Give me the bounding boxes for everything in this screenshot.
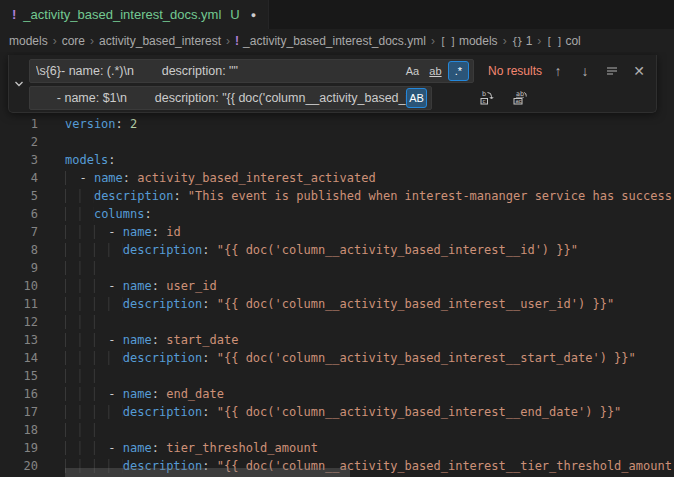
breadcrumb-item[interactable]: !_activity_based_interest_docs.yml (235, 34, 426, 48)
code-line[interactable]: 3models: (0, 151, 674, 169)
code-line-text (65, 313, 108, 331)
code-line[interactable]: 16 - name: end_date (0, 385, 674, 403)
code-line[interactable]: 4 - name: activity_based_interest_activa… (0, 169, 674, 187)
find-status: No results (488, 64, 542, 78)
chevron-right-icon: › (90, 34, 94, 48)
chevron-right-icon: › (431, 34, 435, 48)
line-number: 3 (0, 151, 38, 169)
code-line[interactable]: 12 (0, 313, 674, 331)
breadcrumb-label: models (9, 34, 48, 48)
breadcrumb-item[interactable]: models (9, 34, 48, 48)
breadcrumb-label: _activity_based_interest_docs.yml (243, 34, 426, 48)
next-match-button[interactable]: ↓ (574, 60, 596, 82)
line-number: 19 (0, 439, 38, 457)
breadcrumb-label: 1 (526, 34, 533, 48)
line-number: 15 (0, 367, 38, 385)
horizontal-scrollbar[interactable] (65, 468, 350, 477)
replace-input[interactable]: - name: $1\n description: "{{ doc('colum… (29, 86, 432, 110)
code-line[interactable]: 18 (0, 421, 674, 439)
breadcrumb-item[interactable]: activity_based_interest (99, 34, 221, 48)
replace-all-icon: ab ac (512, 90, 528, 106)
code-line-text: - name: start_date (65, 331, 238, 349)
selection-lines-icon (605, 64, 619, 78)
tab-filename: _activity_based_interest_docs.yml (23, 7, 221, 22)
line-number: 4 (0, 169, 38, 187)
code-line[interactable]: 9 (0, 259, 674, 277)
code-line-text (65, 367, 108, 385)
preserve-case-button[interactable]: AB (406, 88, 427, 108)
regex-button[interactable]: .* (448, 61, 469, 81)
chevron-right-icon: › (503, 34, 507, 48)
code-line[interactable]: 5 description: "This event is published … (0, 187, 674, 205)
breadcrumb-label: col (565, 34, 580, 48)
code-line-text: description: "This event is published wh… (65, 187, 672, 205)
match-case-button[interactable]: Aa (402, 61, 423, 81)
code-line-text: - name: id (65, 223, 181, 241)
find-in-selection-button[interactable] (601, 60, 623, 82)
editor[interactable]: 1version: 223models:4 - name: activity_b… (0, 52, 674, 477)
find-input[interactable]: \s{6}- name: (.*)\n description: "" Aa a… (29, 59, 474, 83)
breadcrumb-label: activity_based_interest (99, 34, 221, 48)
breadcrumb: models›core›activity_based_interest›!_ac… (0, 30, 674, 52)
chevron-right-icon: › (226, 34, 230, 48)
code-line-text: description: "{{ doc('column__activity_b… (65, 295, 614, 313)
line-number: 18 (0, 421, 38, 439)
code-line-text: columns: (65, 205, 152, 223)
code-line-text: - name: end_date (65, 385, 224, 403)
line-number: 9 (0, 259, 38, 277)
close-button[interactable]: ✕ (628, 60, 650, 82)
breadcrumb-item[interactable]: [ ]col (546, 34, 580, 48)
code-line[interactable]: 11 description: "{{ doc('column__activit… (0, 295, 674, 313)
svg-text:c: c (483, 98, 486, 104)
line-number: 8 (0, 241, 38, 259)
code-line-text: - name: tier_threshold_amount (65, 439, 318, 457)
editor-tab[interactable]: ! _activity_based_interest_docs.yml U ● (0, 0, 269, 29)
code-line-text: - name: user_id (65, 277, 217, 295)
line-number: 10 (0, 277, 38, 295)
svg-text:b: b (482, 90, 486, 98)
line-number: 7 (0, 223, 38, 241)
replace-value-text: - name: $1\n description: "{{ doc('colum… (36, 91, 406, 105)
code-line[interactable]: 17 description: "{{ doc('column__activit… (0, 403, 674, 421)
code-line[interactable]: 1version: 2 (0, 115, 674, 133)
previous-match-button[interactable]: ↑ (547, 60, 569, 82)
line-number: 12 (0, 313, 38, 331)
breadcrumb-item[interactable]: core (62, 34, 85, 48)
code-line-text: description: "{{ doc('column__activity_b… (65, 403, 621, 421)
symbol-icon: [ ] (440, 36, 455, 47)
whole-word-button[interactable]: ab (425, 61, 446, 81)
code-line[interactable]: 6 columns: (0, 205, 674, 223)
code-line[interactable]: 8 description: "{{ doc('column__activity… (0, 241, 674, 259)
breadcrumb-label: core (62, 34, 85, 48)
code-line[interactable]: 14 description: "{{ doc('column__activit… (0, 349, 674, 367)
code-line-text (65, 259, 108, 277)
code-line-text: description: "{{ doc('column__activity_b… (65, 349, 636, 367)
code-line[interactable]: 19 - name: tier_threshold_amount (0, 439, 674, 457)
code-line[interactable]: 10 - name: user_id (0, 277, 674, 295)
code-line[interactable]: 7 - name: id (0, 223, 674, 241)
line-number: 13 (0, 331, 38, 349)
code-line[interactable]: 15 (0, 367, 674, 385)
replace-all-button[interactable]: ab ac (509, 87, 531, 109)
line-number: 2 (0, 133, 38, 151)
yaml-file-icon: ! (235, 34, 239, 48)
line-number: 6 (0, 205, 38, 223)
line-number: 1 (0, 115, 38, 133)
line-number: 5 (0, 187, 38, 205)
toggle-replace-button[interactable] (9, 55, 29, 112)
find-query-text: \s{6}- name: (.*)\n description: "" (36, 64, 402, 78)
code-line[interactable]: 13 - name: start_date (0, 331, 674, 349)
chevron-right-icon: › (537, 34, 541, 48)
code-line-text: version: 2 (65, 115, 137, 133)
code-line-text: - name: activity_based_interest_activate… (65, 169, 376, 187)
breadcrumb-item[interactable]: {}1 (512, 34, 533, 48)
line-number: 11 (0, 295, 38, 313)
svg-text:ac: ac (515, 98, 521, 104)
chevron-right-icon: › (53, 34, 57, 48)
symbol-icon: [ ] (546, 36, 561, 47)
code-line[interactable]: 2 (0, 133, 674, 151)
replace-button[interactable]: b c (476, 87, 498, 109)
breadcrumb-item[interactable]: [ ]models (440, 34, 498, 48)
modified-indicator-icon[interactable]: ● (251, 10, 256, 20)
breadcrumb-label: models (459, 34, 498, 48)
